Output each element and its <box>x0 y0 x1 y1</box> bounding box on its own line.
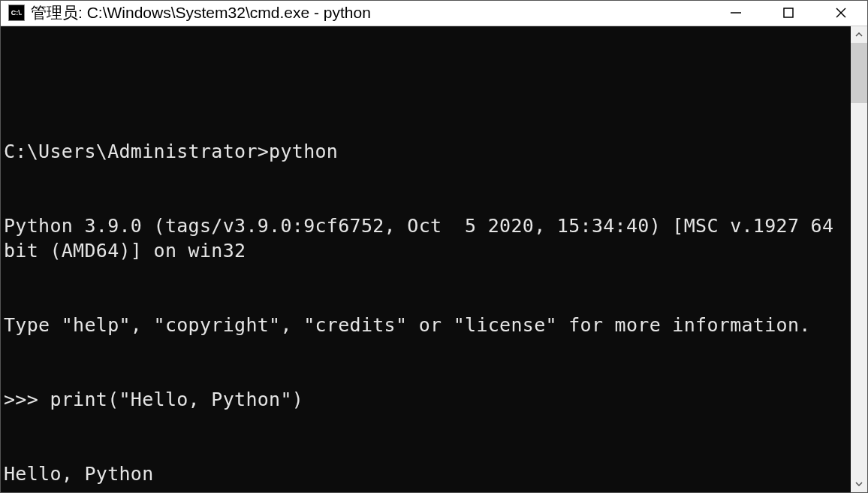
scroll-up-arrow[interactable] <box>851 26 867 43</box>
maximize-button[interactable] <box>762 1 815 26</box>
terminal-line: Hello, Python <box>4 461 851 486</box>
chevron-up-icon <box>855 32 863 37</box>
cmd-icon: C:\. <box>8 5 25 21</box>
maximize-icon <box>782 6 795 20</box>
scroll-thumb[interactable] <box>851 43 867 103</box>
terminal-line: C:\Users\Administrator>python <box>4 139 851 164</box>
chevron-down-icon <box>855 482 863 486</box>
window-controls <box>710 1 867 26</box>
svg-rect-1 <box>784 8 793 17</box>
scrollbar[interactable] <box>851 26 867 492</box>
cmd-icon-text: C:\. <box>11 9 23 17</box>
close-icon <box>834 6 848 20</box>
terminal-line: Python 3.9.0 (tags/v3.9.0:9cf6752, Oct 5… <box>4 213 851 263</box>
titlebar[interactable]: C:\. 管理员: C:\Windows\System32\cmd.exe - … <box>1 1 867 26</box>
scroll-down-arrow[interactable] <box>851 476 867 492</box>
close-button[interactable] <box>815 1 867 26</box>
terminal-line: Type "help", "copyright", "credits" or "… <box>4 313 851 337</box>
cmd-window: C:\. 管理员: C:\Windows\System32\cmd.exe - … <box>0 0 868 493</box>
minimize-icon <box>729 6 743 20</box>
scroll-track[interactable] <box>851 43 867 476</box>
terminal-line: >>> print("Hello, Python") <box>4 387 851 412</box>
minimize-button[interactable] <box>710 1 762 26</box>
terminal[interactable]: C:\Users\Administrator>python Python 3.9… <box>1 26 851 492</box>
content-area: C:\Users\Administrator>python Python 3.9… <box>1 26 867 492</box>
window-title: 管理员: C:\Windows\System32\cmd.exe - pytho… <box>31 2 710 23</box>
